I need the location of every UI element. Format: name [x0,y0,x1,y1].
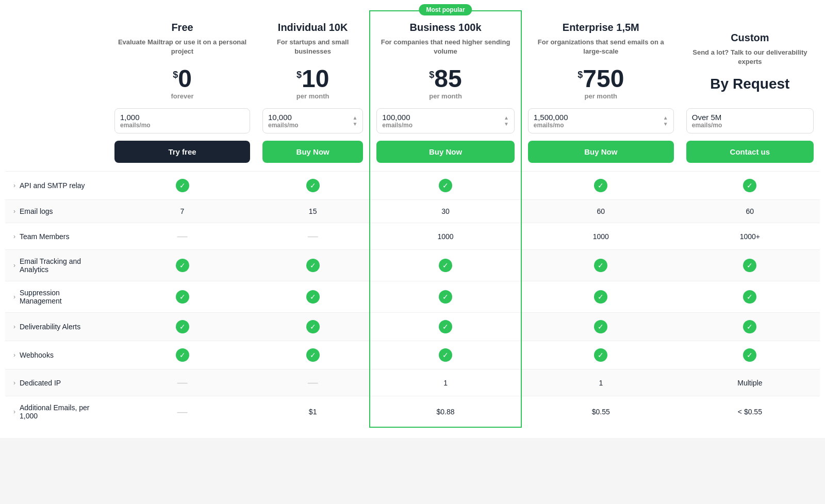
chevron-icon[interactable]: › [13,379,15,387]
plan-cta-button[interactable]: Buy Now [376,141,515,163]
feature-value: < $0.55 [738,408,762,416]
feature-value-cell: ✓ [108,313,256,341]
feature-value-cell: ✓ [370,250,521,281]
check-icon: ✓ [439,290,452,304]
chevron-icon[interactable]: › [13,208,15,215]
feature-name-cell: ›Webhooks [5,341,108,369]
check-icon: ✓ [306,348,320,362]
feature-value-cell: ✓ [256,281,370,313]
feature-value-cell: ✓ [256,250,370,281]
chevron-icon[interactable]: › [13,323,15,330]
feature-value: 1000 [593,232,609,241]
emails-input[interactable]: 1,500,000 emails/mo ▲▼ [528,108,674,133]
feature-value: Multiple [737,379,762,387]
feature-value-cell: ✓ [256,341,370,369]
check-icon: ✓ [743,259,756,272]
chevron-icon[interactable]: › [13,233,15,240]
plan-header-custom: Custom Send a lot? Talk to our deliverab… [680,11,820,172]
check-icon: ✓ [594,320,607,333]
feature-name-cell: ›Email logs [5,200,108,223]
feature-row: ›Additional Emails, per 1,000—$1$0.88$0.… [5,396,820,428]
feature-value-cell: 1000 [370,223,521,250]
feature-value-cell: ✓ [521,281,680,313]
plan-cta-button[interactable]: Try free [114,141,250,163]
feature-value-cell: $0.88 [370,396,521,428]
emails-input[interactable]: 10,000 emails/mo ▲▼ [262,108,363,133]
feature-value-cell: ✓ [680,250,820,281]
pricing-table: Free Evaluate Mailtrap or use it on a pe… [5,10,820,428]
feature-name-text: API and SMTP relay [20,181,85,190]
chevron-icon[interactable]: › [13,293,15,300]
check-icon: ✓ [594,179,607,192]
feature-name-text: Deliverability Alerts [20,323,80,331]
chevron-icon[interactable]: › [13,408,15,415]
stepper-arrows[interactable]: ▲▼ [663,115,668,127]
feature-value: 30 [441,207,450,215]
feature-value-cell: — [108,396,256,428]
feature-value-cell: — [256,369,370,396]
plan-desc: For organizations that send emails on a … [528,38,674,58]
dash-icon: — [308,377,318,388]
feature-name-text: Email Tracking and Analytics [20,257,100,274]
feature-value-cell: ✓ [521,341,680,369]
feature-value: 1 [443,379,448,387]
plan-cta-button[interactable]: Buy Now [528,141,674,163]
stepper-arrows[interactable]: ▲▼ [352,115,357,127]
feature-value-cell: ✓ [108,172,256,200]
feature-value-cell: $0.55 [521,396,680,428]
chevron-icon[interactable]: › [13,262,15,269]
chevron-icon[interactable]: › [13,182,15,189]
feature-value-cell: < $0.55 [680,396,820,428]
plan-cta-button[interactable]: Contact us [686,141,814,163]
feature-value: 60 [746,207,754,215]
feature-name-text: Suppression Management [20,289,100,305]
feature-value-cell: 7 [108,200,256,223]
dash-icon: — [177,230,188,242]
feature-value-cell: 1 [370,369,521,396]
feature-value: 7 [180,207,185,215]
feature-value: 1000 [437,232,453,241]
feature-value-cell: ✓ [256,313,370,341]
plan-desc: Evaluate Mailtrap or use it on a persona… [114,38,250,58]
emails-input[interactable]: 100,000 emails/mo ▲▼ [376,108,515,133]
feature-value-cell: 1 [521,369,680,396]
plan-name: Individual 10K [262,22,363,33]
feature-value-cell: ✓ [370,281,521,313]
feature-value: 1000+ [740,232,760,241]
popular-badge: Most popular [419,4,472,15]
feature-value-cell: 1000 [521,223,680,250]
plan-desc: For startups and small businesses [262,38,363,58]
check-icon: ✓ [594,348,607,362]
plan-desc: Send a lot? Talk to our deliverability e… [686,48,814,69]
feature-name-cell: ›Deliverability Alerts [5,313,108,341]
feature-value-cell: 30 [370,200,521,223]
dash-icon: — [308,230,318,242]
dash-icon: — [177,406,188,417]
check-icon: ✓ [439,320,452,333]
feature-value-cell: ✓ [256,172,370,200]
feature-row: ›Webhooks✓✓✓✓✓ [5,341,820,369]
plan-desc: For companies that need higher sending v… [376,38,515,58]
feature-row: ›Suppression Management✓✓✓✓✓ [5,281,820,313]
check-icon: ✓ [176,290,189,304]
check-icon: ✓ [176,259,189,272]
feature-name-cell: ›Additional Emails, per 1,000 [5,396,108,428]
feature-value-cell: — [108,369,256,396]
stepper-arrows[interactable]: ▲▼ [504,115,509,127]
feature-name-text: Additional Emails, per 1,000 [20,404,100,420]
check-icon: ✓ [439,259,452,272]
feature-value-cell: ✓ [680,172,820,200]
feature-value-cell: ✓ [521,313,680,341]
plan-cta-button[interactable]: Buy Now [262,141,363,163]
price-amount: By Request [686,77,814,91]
feature-row: ›Deliverability Alerts✓✓✓✓✓ [5,313,820,341]
chevron-icon[interactable]: › [13,351,15,359]
check-icon: ✓ [176,348,189,362]
feature-name-text: Dedicated IP [20,379,61,387]
feature-value: 60 [597,207,605,215]
plan-header-individual: Individual 10K For startups and small bu… [256,11,370,172]
feature-name-text: Webhooks [20,351,54,359]
check-icon: ✓ [306,259,320,272]
feature-name-cell: ›Dedicated IP [5,369,108,396]
feature-value-cell: — [256,223,370,250]
